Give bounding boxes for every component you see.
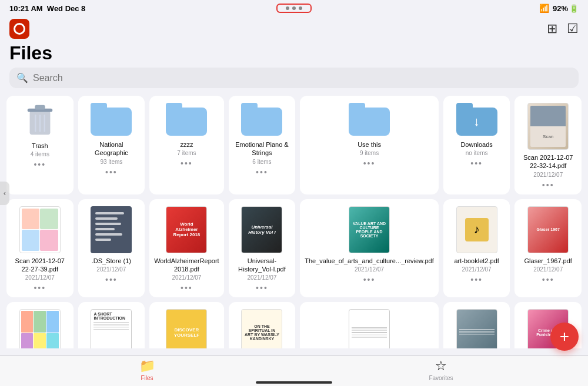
status-right: 📶 92% 🔋 bbox=[539, 4, 579, 13]
item-name: Trash bbox=[32, 142, 48, 150]
file-thumbnail: A SHORT INTRODUCTION bbox=[91, 309, 132, 348]
item-menu[interactable]: ••• bbox=[181, 159, 193, 168]
file-scan2[interactable]: Scan 2021-12-07 22-27-39.pdf 2021/12/07 … bbox=[6, 199, 74, 298]
file-thumbnail: ♪ bbox=[456, 206, 497, 253]
folder-national-geographic[interactable]: National Geographic 93 items ••• bbox=[78, 96, 145, 194]
add-fab-button[interactable]: + bbox=[550, 323, 579, 351]
item-menu[interactable]: ••• bbox=[470, 275, 483, 284]
file-thumbnail: ON THE SPIRITUAL IN ART BY WASSILY KANDI… bbox=[241, 309, 282, 348]
grid-container: Trash 4 items ••• National Geographic 93… bbox=[0, 94, 588, 348]
dots-container bbox=[276, 4, 312, 13]
grid-view-button[interactable]: ⊞ bbox=[547, 21, 557, 36]
folder-icon bbox=[456, 103, 497, 136]
folder-use-this[interactable]: Use this 9 items ••• bbox=[300, 96, 439, 194]
left-arrow[interactable]: ‹ bbox=[0, 182, 9, 205]
file-value-arts[interactable]: VALUE ART AND CULTURE PEOPLE AND SOCIETY… bbox=[300, 199, 439, 298]
battery-indicator: 92% 🔋 bbox=[553, 4, 579, 13]
select-button[interactable]: ☑ bbox=[567, 21, 579, 36]
item-name: Scan 2021-12-07 22-32-14.pdf bbox=[519, 153, 577, 170]
folder-downloads[interactable]: Downloads no items ••• bbox=[443, 96, 510, 194]
item-meta: 2021/12/07 bbox=[25, 274, 55, 281]
item-meta: 2021/12/07 bbox=[462, 266, 492, 273]
page-title-container: Files bbox=[0, 41, 588, 68]
file-thumbnail bbox=[91, 206, 132, 253]
item-menu[interactable]: ••• bbox=[542, 180, 554, 190]
home-indicator bbox=[256, 381, 332, 384]
folder-icon bbox=[166, 103, 207, 136]
search-container: 🔍 bbox=[0, 68, 588, 94]
search-bar[interactable]: 🔍 bbox=[9, 68, 579, 88]
dots-indicator bbox=[276, 4, 312, 13]
item-meta: 2021/12/07 bbox=[533, 172, 563, 178]
item-name: Scan 2021-12-07 22-27-39.pdf bbox=[11, 257, 69, 274]
folder-trash[interactable]: Trash 4 items ••• bbox=[6, 96, 74, 194]
item-menu[interactable]: ••• bbox=[363, 159, 376, 168]
file-scan1[interactable]: Scan Scan 2021-12-07 22-32-14.pdf 2021/1… bbox=[514, 96, 582, 194]
search-input[interactable] bbox=[33, 73, 572, 83]
file-world-alzheimer[interactable]: World Alzheimer Report 2018 WorldAlzheim… bbox=[149, 199, 223, 298]
file-r3-3[interactable]: DISCOVER YOURSELF bbox=[149, 302, 223, 348]
item-name: .DS_Store (1) bbox=[92, 257, 131, 265]
files-tab-label: Files bbox=[141, 375, 153, 381]
item-meta: 2021/12/07 bbox=[533, 266, 563, 273]
item-name: Downloads bbox=[460, 140, 492, 149]
file-glaser[interactable]: Glaser 1967 Glaser_1967.pdf 2021/12/07 •… bbox=[514, 199, 582, 298]
item-meta: 7 items bbox=[177, 150, 196, 156]
file-universal-history[interactable]: Universal History Vol I Universal-Histor… bbox=[229, 199, 296, 298]
file-thumbnail: Scan bbox=[527, 103, 569, 150]
item-menu[interactable]: ••• bbox=[256, 283, 268, 293]
item-name: zzzz bbox=[180, 140, 193, 149]
status-time: 10:21 AM Wed Dec 8 bbox=[9, 4, 85, 13]
folder-icon bbox=[241, 103, 282, 136]
file-thumbnail: Universal History Vol I bbox=[241, 206, 282, 253]
folder-icon bbox=[91, 103, 132, 136]
folder-icon bbox=[349, 103, 390, 136]
item-menu[interactable]: ••• bbox=[542, 275, 554, 284]
favorites-tab-label: Favorites bbox=[429, 375, 453, 381]
file-thumbnail bbox=[349, 309, 390, 348]
file-thumbnail: VALUE ART AND CULTURE PEOPLE AND SOCIETY bbox=[349, 206, 390, 253]
files-grid: Trash 4 items ••• National Geographic 93… bbox=[5, 94, 583, 348]
item-name: National Geographic bbox=[83, 140, 141, 157]
item-menu[interactable]: ••• bbox=[181, 283, 193, 293]
item-menu[interactable]: ••• bbox=[256, 167, 268, 177]
file-thumbnail bbox=[456, 309, 497, 348]
item-menu[interactable]: ••• bbox=[105, 167, 118, 177]
item-meta: 9 items bbox=[360, 150, 379, 156]
tab-files[interactable]: 📁 Files bbox=[0, 358, 294, 381]
item-meta: no items bbox=[466, 150, 488, 156]
favorites-tab-icon: ☆ bbox=[435, 358, 447, 374]
item-meta: 93 items bbox=[100, 159, 122, 165]
item-name: Emotional Piano & Strings bbox=[233, 140, 291, 157]
tab-favorites[interactable]: ☆ Favorites bbox=[294, 358, 588, 381]
item-menu[interactable]: ••• bbox=[34, 283, 46, 293]
svg-rect-2 bbox=[35, 105, 45, 110]
file-art-booklet[interactable]: ♪ art-booklet2.pdf 2021/12/07 ••• bbox=[443, 199, 510, 298]
file-r3-1[interactable] bbox=[6, 302, 74, 348]
file-thumbnail bbox=[19, 206, 61, 253]
item-name: Glaser_1967.pdf bbox=[524, 257, 572, 265]
header-actions: ⊞ ☑ bbox=[547, 21, 579, 36]
item-meta: 6 items bbox=[252, 159, 271, 165]
item-meta: 2021/12/07 bbox=[172, 274, 201, 281]
files-tab-icon: 📁 bbox=[139, 358, 155, 374]
file-ds-store[interactable]: .DS_Store (1) 2021/12/07 ••• bbox=[78, 199, 145, 298]
folder-zzzz[interactable]: zzzz 7 items ••• bbox=[149, 96, 223, 194]
status-bar: 10:21 AM Wed Dec 8 📶 92% 🔋 bbox=[0, 0, 588, 16]
file-r3-4[interactable]: ON THE SPIRITUAL IN ART BY WASSILY KANDI… bbox=[229, 302, 296, 348]
file-r3-2[interactable]: A SHORT INTRODUCTION bbox=[78, 302, 145, 348]
item-menu[interactable]: ••• bbox=[105, 275, 118, 284]
item-name: art-booklet2.pdf bbox=[454, 257, 499, 265]
file-thumbnail: DISCOVER YOURSELF bbox=[166, 309, 207, 348]
app-icon bbox=[9, 19, 29, 39]
item-meta: 2021/12/07 bbox=[355, 266, 384, 273]
file-r3-6[interactable] bbox=[443, 302, 510, 348]
page-title: Files bbox=[9, 42, 579, 64]
item-menu[interactable]: ••• bbox=[34, 160, 46, 169]
item-menu[interactable]: ••• bbox=[470, 159, 483, 168]
app-header: ⊞ ☑ bbox=[0, 16, 588, 41]
folder-emotional-piano[interactable]: Emotional Piano & Strings 6 items ••• bbox=[229, 96, 296, 194]
item-menu[interactable]: ••• bbox=[363, 275, 376, 284]
file-r3-5[interactable] bbox=[300, 302, 439, 348]
dot-3 bbox=[299, 6, 302, 10]
